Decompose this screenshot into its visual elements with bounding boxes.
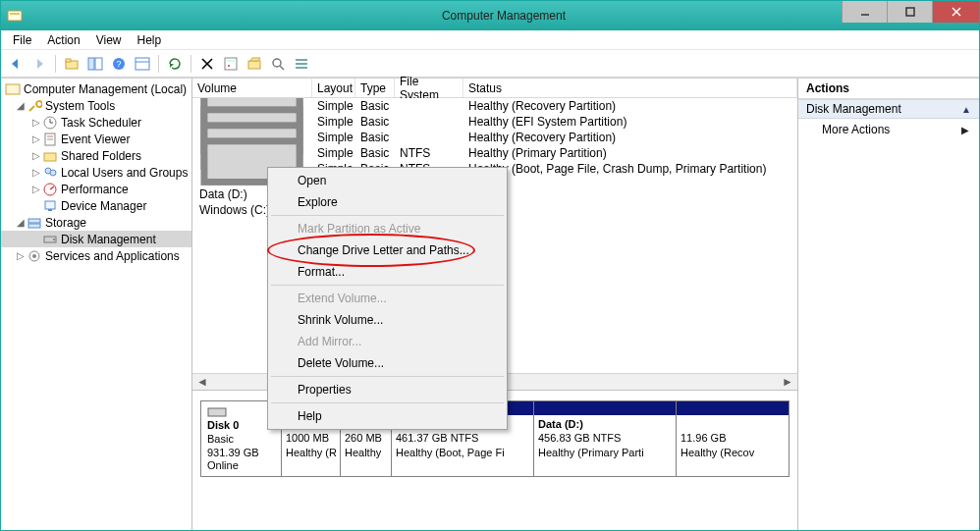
tree-event-viewer[interactable]: ▷ Event Viewer [1,131,191,147]
actions-pane: Actions Disk Management ▲ More Actions ▶ [798,79,979,530]
volume-list-header: Volume Layout Type File System Status [192,79,797,98]
app-icon [7,8,23,24]
services-icon [27,248,42,264]
list-icon[interactable] [291,53,312,75]
close-button[interactable] [932,1,979,23]
users-icon [42,165,58,181]
disk-icon [42,232,58,247]
menu-action[interactable]: Action [39,31,87,49]
context-menu: Open Explore Mark Partition as Active Ch… [267,167,508,430]
col-fs[interactable]: File System [395,79,463,97]
maximize-button[interactable] [887,1,932,23]
expand-icon[interactable]: ▷ [30,167,42,178]
mmc-icon [5,81,21,97]
svg-point-41 [53,239,55,240]
back-button[interactable] [5,53,27,75]
svg-rect-8 [88,58,94,70]
cm-change-drive-letter[interactable]: Change Drive Letter and Paths... [270,239,505,261]
col-volume[interactable]: Volume [192,79,312,97]
cm-properties[interactable]: Properties [270,379,505,400]
menu-help[interactable]: Help [130,31,170,49]
window-buttons [842,1,979,23]
collapse-icon: ▲ [961,104,971,115]
cm-shrink[interactable]: Shrink Volume... [270,309,505,331]
folder-icon [42,148,58,164]
actions-title: Actions [798,79,979,98]
partition[interactable]: 11.96 GBHealthy (Recov [677,401,789,476]
tree-disk-management[interactable]: ▷ Disk Management [1,231,191,247]
partition[interactable]: Data (D:)456.83 GB NTFSHealthy (Primary … [534,401,677,476]
tree-services-apps[interactable]: ▷ Services and Applications [1,247,191,264]
chevron-right-icon: ▶ [961,125,969,135]
tree-shared-folders[interactable]: ▷ Shared Folders [1,147,191,164]
cm-explore[interactable]: Explore [270,191,505,213]
properties-icon[interactable] [220,53,242,75]
cm-delete[interactable]: Delete Volume... [270,352,505,374]
col-status[interactable]: Status [463,79,797,97]
svg-rect-38 [28,219,40,223]
help-button[interactable]: ? [108,53,130,75]
open-icon[interactable] [244,53,265,75]
svg-rect-9 [95,58,102,70]
svg-point-34 [50,170,56,176]
show-hide-tree-button[interactable] [84,53,106,75]
scroll-right-icon[interactable]: ► [780,375,795,389]
tree-device-manager[interactable]: ▷ Device Manager [1,197,191,214]
tree-pane[interactable]: Computer Management (Local) ◢ System Too… [1,79,192,530]
svg-rect-22 [296,59,307,61]
expand-icon[interactable]: ▷ [30,184,42,194]
svg-point-18 [228,65,230,67]
menu-file[interactable]: File [5,31,39,49]
clock-icon [42,115,58,131]
actions-more[interactable]: More Actions ▶ [798,119,979,140]
col-layout[interactable]: Layout [312,79,355,97]
svg-line-21 [280,66,284,70]
col-type[interactable]: Type [355,79,395,97]
tree-local-users[interactable]: ▷ Local Users and Groups [1,164,191,181]
svg-rect-3 [906,8,914,16]
collapse-icon[interactable]: ◢ [15,217,27,228]
refresh-button[interactable] [164,53,186,75]
svg-rect-12 [136,58,149,70]
scroll-left-icon[interactable]: ◄ [194,375,210,389]
svg-point-20 [273,59,281,67]
tree-storage[interactable]: ◢ Storage [1,214,191,231]
expand-icon[interactable]: ▷ [30,117,42,128]
delete-icon[interactable] [196,53,218,75]
svg-point-43 [32,254,36,258]
forward-button[interactable] [28,53,50,75]
tools-icon [27,98,42,114]
window-title: Computer Management [28,9,979,23]
actions-section-header[interactable]: Disk Management ▲ [798,99,979,119]
tree-task-scheduler[interactable]: ▷ Task Scheduler [1,114,191,131]
cm-open[interactable]: Open [270,170,505,191]
up-button[interactable] [61,53,82,75]
cm-add-mirror: Add Mirror... [270,331,505,352]
svg-rect-7 [66,59,71,62]
device-icon [42,198,58,214]
svg-rect-24 [296,67,307,69]
expand-icon[interactable]: ▷ [30,150,42,161]
toolbar: ? [1,50,979,78]
svg-rect-23 [296,63,307,65]
tree-performance[interactable]: ▷ Performance [1,181,191,197]
storage-icon [27,215,42,231]
svg-rect-25 [6,84,20,94]
event-icon [42,132,58,147]
svg-rect-36 [45,201,55,209]
expand-icon[interactable]: ▷ [15,250,27,261]
settings-button[interactable] [132,53,153,75]
expand-icon[interactable]: ▷ [30,133,42,144]
svg-rect-19 [248,61,260,69]
svg-rect-17 [227,60,235,62]
cm-format[interactable]: Format... [270,261,505,283]
minimize-button[interactable] [842,1,887,23]
menu-view[interactable]: View [88,31,130,49]
titlebar: Computer Management [1,1,979,30]
cm-extend: Extend Volume... [270,288,505,309]
tree-system-tools[interactable]: ◢ System Tools [1,97,191,114]
collapse-icon[interactable]: ◢ [15,100,27,111]
tree-root[interactable]: Computer Management (Local) [1,80,191,97]
search-icon[interactable] [267,53,289,75]
cm-help[interactable]: Help [270,405,505,427]
